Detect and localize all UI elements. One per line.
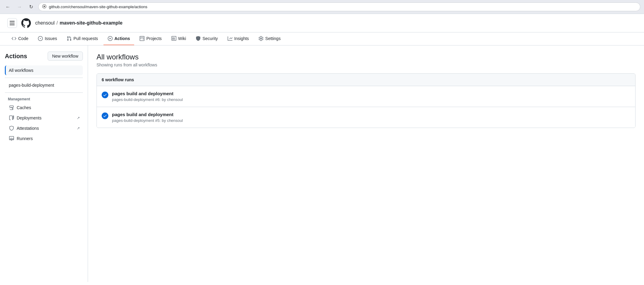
- deployments-external-icon: ↗: [77, 116, 80, 120]
- nav-pr-label: Pull requests: [73, 36, 98, 41]
- sidebar-item-caches[interactable]: Caches: [5, 102, 83, 113]
- run-info-2: pages build and deployment pages-build-d…: [112, 112, 630, 123]
- nav-projects[interactable]: Projects: [135, 32, 166, 45]
- runners-label: Runners: [17, 136, 33, 141]
- sidebar-item-all-workflows[interactable]: All workflows: [5, 65, 83, 75]
- settings-icon: [259, 36, 263, 41]
- new-workflow-button[interactable]: New workflow: [48, 52, 83, 61]
- breadcrumb-separator: /: [56, 20, 58, 26]
- back-button[interactable]: ←: [4, 3, 12, 11]
- cache-icon: [9, 105, 14, 110]
- nav-wiki-label: Wiki: [178, 36, 186, 41]
- main-layout: Actions New workflow All workflows pages…: [0, 45, 644, 282]
- run-item-1[interactable]: pages build and deployment pages-build-d…: [97, 86, 635, 107]
- runs-container: 6 workflow runs pages build and deployme…: [97, 73, 636, 128]
- caches-label: Caches: [17, 105, 31, 110]
- breadcrumb-owner[interactable]: chensoul: [35, 20, 55, 26]
- pages-build-label: pages-build-deployment: [9, 83, 54, 88]
- run-name-1: pages build and deployment: [112, 91, 630, 96]
- attestations-label: Attestations: [17, 126, 39, 131]
- all-workflows-label: All workflows: [9, 68, 33, 73]
- sidebar-divider-1: [5, 78, 83, 78]
- nav-actions[interactable]: Actions: [103, 32, 134, 45]
- sidebar-item-runners[interactable]: Runners: [5, 133, 83, 144]
- nav-issues[interactable]: Issues: [34, 32, 61, 45]
- nav-settings[interactable]: Settings: [254, 32, 285, 45]
- pull-requests-icon: [67, 36, 72, 41]
- deployments-label: Deployments: [17, 116, 42, 120]
- nav-projects-label: Projects: [146, 36, 162, 41]
- content-title: All workflows: [97, 53, 636, 61]
- breadcrumb: chensoul / maven-site-github-example: [35, 20, 123, 26]
- attestations-icon: [9, 126, 14, 131]
- main-content: All workflows Showing runs from all work…: [88, 45, 644, 282]
- issues-icon: [38, 36, 43, 41]
- nav-wiki[interactable]: Wiki: [167, 32, 190, 45]
- hamburger-menu[interactable]: [7, 18, 17, 28]
- run-status-success-1: [102, 92, 108, 98]
- url-text: github.com/chensoul/maven-site-github-ex…: [49, 5, 147, 9]
- run-name-2: pages build and deployment: [112, 112, 630, 117]
- nav-pull-requests[interactable]: Pull requests: [63, 32, 102, 45]
- repo-nav: Code Issues Pull requests Actions Projec…: [0, 32, 644, 45]
- breadcrumb-repo[interactable]: maven-site-github-example: [60, 20, 123, 26]
- wiki-icon: [171, 36, 176, 41]
- run-meta-1: pages-build-deployment #6: by chensoul: [112, 97, 630, 102]
- run-item-2[interactable]: pages build and deployment pages-build-d…: [97, 107, 635, 128]
- actions-icon: [108, 36, 113, 41]
- sidebar-all-workflows-section: All workflows: [5, 65, 83, 75]
- github-logo: [21, 18, 32, 29]
- sidebar-item-attestations[interactable]: Attestations ↗: [5, 123, 83, 133]
- run-info-1: pages build and deployment pages-build-d…: [112, 91, 630, 102]
- nav-code[interactable]: Code: [7, 32, 32, 45]
- sidebar-workflows-section: pages-build-deployment: [5, 80, 83, 90]
- attestations-external-icon: ↗: [77, 126, 80, 130]
- svg-point-1: [43, 5, 45, 7]
- sidebar-item-deployments[interactable]: Deployments ↗: [5, 113, 83, 123]
- sidebar: Actions New workflow All workflows pages…: [0, 45, 88, 282]
- nav-code-label: Code: [18, 36, 28, 41]
- nav-security-label: Security: [202, 36, 218, 41]
- nav-issues-label: Issues: [45, 36, 57, 41]
- runners-icon: [9, 136, 14, 141]
- nav-actions-label: Actions: [114, 36, 130, 41]
- sidebar-header: Actions New workflow: [5, 52, 83, 61]
- sidebar-item-pages-build[interactable]: pages-build-deployment: [5, 80, 83, 90]
- deployments-icon: [9, 115, 14, 121]
- nav-insights-label: Insights: [234, 36, 249, 41]
- projects-icon: [140, 36, 144, 41]
- refresh-button[interactable]: ↻: [27, 3, 35, 11]
- sidebar-divider-2: [5, 92, 83, 93]
- sidebar-title: Actions: [5, 53, 27, 60]
- content-subtitle: Showing runs from all workflows: [97, 62, 636, 67]
- security-icon: [42, 4, 46, 9]
- run-status-success-2: [102, 112, 108, 119]
- run-meta-2: pages-build-deployment #5: by chensoul: [112, 118, 630, 123]
- browser-chrome: ← → ↻ github.com/chensoul/maven-site-git…: [0, 0, 644, 14]
- github-header: chensoul / maven-site-github-example: [0, 14, 644, 32]
- code-icon: [12, 36, 16, 41]
- forward-button[interactable]: →: [15, 3, 24, 11]
- security-nav-icon: [196, 36, 201, 41]
- runs-header: 6 workflow runs: [97, 74, 635, 86]
- nav-settings-label: Settings: [265, 36, 281, 41]
- management-label: Management: [5, 95, 83, 102]
- nav-insights[interactable]: Insights: [223, 32, 253, 45]
- address-bar[interactable]: github.com/chensoul/maven-site-github-ex…: [38, 2, 640, 11]
- nav-security[interactable]: Security: [192, 32, 222, 45]
- insights-icon: [228, 36, 232, 41]
